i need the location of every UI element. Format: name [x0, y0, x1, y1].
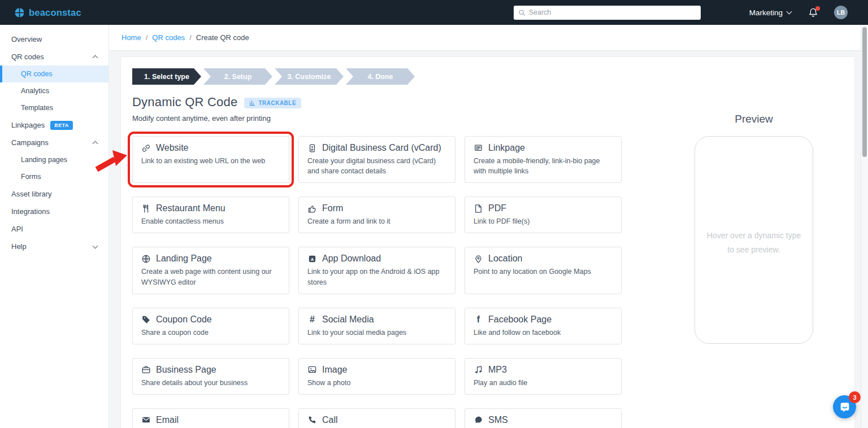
card-description: Share a coupon code	[141, 327, 280, 338]
sidebar-item-api[interactable]: API	[0, 220, 108, 238]
user-avatar[interactable]: LB	[834, 6, 848, 19]
qr-type-card-business-page[interactable]: Business PageShare details about your bu…	[132, 358, 289, 395]
breadcrumb-item[interactable]: QR codes	[152, 33, 185, 42]
qr-type-card-digital-business-card-vcard[interactable]: Digital Business Card (vCard)Create your…	[298, 136, 455, 183]
card-description: Create a mobile-friendly, link-in-bio pa…	[474, 156, 613, 176]
beta-badge: BETA	[50, 121, 72, 130]
sidebar-item-label: Help	[11, 242, 27, 251]
wizard-step-2: 2. Setup	[203, 68, 272, 85]
trackable-badge: TRACKABLE	[244, 98, 301, 108]
linkpage-icon	[474, 143, 483, 153]
card-title: Coupon Code	[156, 315, 212, 325]
sidebar-item-overview[interactable]: Overview	[0, 30, 108, 48]
sidebar-item-analytics[interactable]: Analytics	[0, 82, 108, 99]
chevron-up-icon	[93, 141, 98, 147]
sidebar-item-landing-pages[interactable]: Landing pages	[0, 151, 108, 168]
qr-type-card-image[interactable]: ImageShow a photo	[298, 358, 455, 395]
preview-phone-frame: Hover over a dynamic type to see preview…	[695, 136, 813, 344]
qr-type-grid: WebsiteLink to an existing web URL on th…	[132, 136, 619, 428]
card-title: Call	[322, 415, 338, 425]
top-navbar: beaconstac Marketing LB	[0, 0, 868, 25]
content-area: 1. Select type2. Setup3. Customize4. Don…	[109, 51, 868, 428]
trackable-badge-label: TRACKABLE	[258, 100, 296, 106]
business-icon	[141, 365, 151, 374]
sidebar-item-qr-codes-group[interactable]: QR codes	[0, 48, 108, 65]
chevron-down-icon	[93, 243, 98, 248]
card-title: SMS	[488, 415, 508, 425]
location-pin-icon	[474, 254, 483, 264]
sidebar-item-linkpages[interactable]: LinkpagesBETA	[0, 116, 108, 134]
preview-title: Preview	[695, 113, 813, 125]
sidebar-item-qr-codes[interactable]: QR codes	[0, 65, 108, 82]
breadcrumb-item[interactable]: Home	[121, 33, 141, 42]
qr-type-card-form[interactable]: FormCreate a form and link to it	[298, 196, 455, 233]
app-download-icon: A	[307, 254, 317, 264]
card-description: Enable contactless menus	[141, 216, 280, 226]
qr-type-panel: 1. Select type2. Setup3. Customize4. Don…	[120, 56, 855, 428]
card-title: Form	[322, 203, 343, 213]
card-description: Point to any location on Google Maps	[474, 267, 613, 277]
sidebar-item-label: Analytics	[21, 87, 49, 95]
main-area: Home/QR codes/Create QR code 1. Select t…	[109, 25, 868, 428]
qr-type-card-pdf[interactable]: PDFLink to PDF file(s)	[465, 196, 622, 233]
search-input[interactable]	[529, 8, 696, 16]
chat-unread-badge: 3	[849, 391, 861, 403]
qr-type-card-email[interactable]: EmailReceive email messages	[132, 408, 289, 428]
preview-panel: Preview Hover over a dynamic type to see…	[695, 113, 813, 344]
sidebar-item-asset-library[interactable]: Asset library	[0, 185, 108, 203]
sidebar-item-label: Asset library	[11, 190, 52, 198]
card-title: MP3	[488, 365, 507, 375]
svg-text:A: A	[311, 256, 314, 261]
vcard-icon	[307, 143, 317, 153]
qr-type-card-sms[interactable]: SMSReceive text (SMS) messages	[465, 408, 622, 428]
coupon-tag-icon	[141, 315, 151, 324]
scrollbar-thumb[interactable]	[862, 27, 867, 157]
card-title: App Download	[322, 254, 381, 264]
org-switcher[interactable]: Marketing	[749, 8, 791, 17]
music-note-icon	[474, 365, 483, 374]
beaconstac-logo[interactable]: beaconstac	[14, 7, 81, 18]
card-description: Link to your app on the Android & iOS ap…	[307, 267, 446, 287]
qr-type-card-social-media[interactable]: #Social MediaLink to your social media p…	[298, 308, 455, 344]
sidebar-item-integrations[interactable]: Integrations	[0, 203, 108, 220]
chevron-up-icon	[93, 55, 98, 61]
qr-type-card-coupon-code[interactable]: Coupon CodeShare a coupon code	[132, 308, 289, 344]
app-shell: OverviewQR codesQR codesAnalyticsTemplat…	[0, 25, 868, 428]
card-description: Share details about your business	[141, 378, 280, 388]
page-scrollbar[interactable]	[861, 25, 868, 428]
qr-type-card-landing-page[interactable]: Landing PageCreate a web page with conte…	[132, 247, 289, 294]
chart-icon	[249, 100, 255, 106]
sidebar-item-help[interactable]: Help	[0, 238, 108, 255]
card-title: Landing Page	[156, 254, 212, 264]
qr-type-card-call[interactable]: CallReceive phone calls	[298, 408, 455, 428]
card-title: PDF	[488, 203, 506, 213]
sidebar-item-templates[interactable]: Templates	[0, 99, 108, 116]
qr-type-card-location[interactable]: LocationPoint to any location on Google …	[465, 247, 622, 294]
chat-launcher-button[interactable]: 3	[833, 395, 856, 418]
notifications-button[interactable]	[808, 7, 818, 18]
sidebar-item-label: Overview	[11, 35, 42, 43]
card-title: Location	[488, 254, 523, 264]
breadcrumb-item: Create QR code	[196, 33, 249, 42]
wizard-step-1: 1. Select type	[132, 68, 201, 85]
chevron-down-icon	[787, 9, 792, 15]
card-description: Link to an existing web URL on the web	[141, 156, 280, 166]
sidebar-item-forms[interactable]: Forms	[0, 168, 108, 185]
card-title: Social Media	[322, 315, 374, 325]
search-icon	[518, 9, 526, 16]
sidebar-item-label: QR codes	[21, 70, 53, 78]
qr-type-card-facebook-page[interactable]: fFacebook PageLike and follow on faceboo…	[465, 308, 622, 344]
qr-type-card-mp3[interactable]: MP3Play an audio file	[465, 358, 622, 395]
card-title: Facebook Page	[488, 315, 552, 325]
chat-bubble-icon	[839, 401, 851, 413]
email-icon	[141, 415, 151, 425]
sidebar-item-campaigns-group[interactable]: Campaigns	[0, 134, 108, 151]
qr-type-card-linkpage[interactable]: LinkpageCreate a mobile-friendly, link-i…	[465, 136, 622, 183]
page-title: Dynamic QR Code	[132, 95, 237, 110]
qr-type-card-app-download[interactable]: AApp DownloadLink to your app on the And…	[298, 247, 455, 294]
sidebar-item-label: Linkpages	[11, 121, 45, 129]
globe-icon	[141, 254, 151, 264]
qr-type-card-website[interactable]: WebsiteLink to an existing web URL on th…	[132, 136, 289, 183]
qr-type-card-restaurant-menu[interactable]: Restaurant MenuEnable contactless menus	[132, 196, 289, 233]
card-description: Create a form and link to it	[307, 216, 446, 226]
